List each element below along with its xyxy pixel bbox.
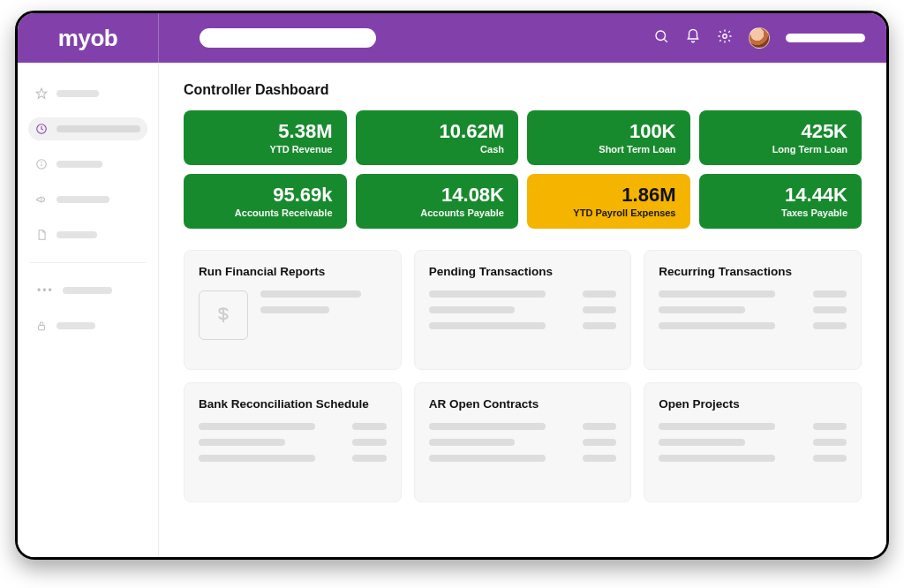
dollar-document-icon (199, 290, 248, 340)
kpi-card[interactable]: 5.38MYTD Revenue (184, 110, 347, 165)
panel-title: Bank Reconciliation Schedule (199, 397, 387, 411)
kpi-value: 14.44K (710, 185, 848, 205)
brand-cell: myob (18, 13, 159, 63)
skeleton-line (199, 455, 315, 462)
panel-body (199, 290, 387, 340)
sidebar-item-more[interactable]: ••• (28, 279, 147, 302)
sidebar-item-security[interactable] (28, 314, 147, 337)
svg-point-0 (656, 31, 666, 41)
skeleton-line (199, 423, 315, 430)
kpi-value: 5.38M (194, 121, 333, 141)
page-title: Controller Dashboard (184, 82, 862, 98)
kpi-label: Taxes Payable (710, 207, 848, 218)
kpi-card[interactable]: 10.62MCash (356, 110, 519, 165)
skeleton-column (429, 290, 617, 329)
skeleton-row (659, 290, 847, 298)
skeleton-column (199, 423, 387, 462)
panel[interactable]: Open Projects (644, 382, 862, 502)
kpi-card[interactable]: 425KLong Term Loan (699, 110, 863, 165)
skeleton-row (659, 423, 847, 430)
panel[interactable]: Pending Transactions (414, 250, 632, 370)
kpi-card[interactable]: 95.69kAccounts Receivable (184, 174, 347, 229)
skeleton-line (260, 306, 329, 313)
kpi-card[interactable]: 1.86MYTD Payroll Expenses (527, 174, 690, 229)
kpi-value: 1.86M (538, 185, 676, 205)
panel-title: Recurring Transactions (659, 265, 847, 278)
sidebar: ••• (18, 63, 159, 557)
skeleton-line (659, 439, 745, 446)
sidebar-item-documents[interactable] (28, 223, 147, 246)
sidebar-item-announcements[interactable] (28, 188, 147, 211)
panel-title: Run Financial Reports (199, 265, 387, 278)
bell-icon[interactable] (685, 28, 701, 48)
kpi-label: Cash (366, 144, 505, 155)
skeleton-line (352, 455, 386, 462)
skeleton-line (429, 455, 546, 462)
skeleton-row (429, 322, 617, 329)
search-icon[interactable] (653, 28, 669, 48)
sidebar-item-label (56, 196, 109, 203)
svg-point-7 (41, 162, 42, 162)
skeleton-line (583, 439, 616, 446)
skeleton-line (813, 322, 847, 329)
skeleton-line (659, 423, 775, 430)
skeleton-row (659, 322, 847, 329)
sidebar-item-info[interactable] (28, 153, 147, 176)
sidebar-item-label (63, 287, 112, 294)
skeleton-line (813, 455, 847, 462)
skeleton-line (659, 455, 775, 462)
panels-grid: Run Financial ReportsPending Transaction… (184, 250, 862, 502)
skeleton-line (429, 322, 546, 329)
kpi-card[interactable]: 100KShort Term Loan (527, 110, 690, 165)
skeleton-line (429, 306, 516, 313)
kpi-label: Accounts Payable (366, 207, 505, 218)
panel[interactable]: Recurring Transactions (644, 250, 862, 370)
skeleton-column (659, 290, 847, 329)
skeleton-row (659, 455, 847, 462)
kpi-value: 10.62M (366, 121, 505, 141)
skeleton-line (813, 423, 847, 430)
panel-body (199, 423, 387, 462)
gear-icon[interactable] (717, 28, 733, 48)
topbar: myob (18, 13, 886, 63)
skeleton-line (429, 290, 546, 298)
avatar[interactable] (749, 27, 770, 49)
skeleton-row (199, 423, 387, 430)
kpi-label: Short Term Loan (538, 144, 676, 155)
sidebar-item-favorites[interactable] (28, 82, 147, 105)
skeleton-line (659, 306, 745, 313)
kpi-value: 95.69k (194, 185, 333, 205)
sidebar-item-recent[interactable] (28, 117, 147, 140)
sidebar-item-label (56, 90, 99, 97)
skeleton-column (659, 423, 847, 462)
skeleton-line (813, 439, 847, 446)
panel[interactable]: Run Financial Reports (184, 250, 402, 370)
panel-body (659, 423, 847, 462)
info-icon (35, 158, 48, 170)
panel[interactable]: Bank Reconciliation Schedule (184, 382, 402, 502)
skeleton-row (199, 455, 387, 462)
app-body: ••• Controller Dashboard 5.38MYTD Revenu… (18, 63, 886, 557)
kpi-card[interactable]: 14.44KTaxes Payable (699, 174, 863, 229)
skeleton-line (429, 439, 516, 446)
panel-title: AR Open Contracts (429, 397, 617, 411)
sidebar-item-label (56, 322, 95, 329)
skeleton-line (352, 439, 386, 446)
skeleton-row (429, 423, 617, 430)
brand-logo: myob (58, 25, 117, 52)
skeleton-row (429, 290, 617, 298)
skeleton-row (429, 455, 617, 462)
skeleton-row (199, 439, 387, 446)
panel[interactable]: AR Open Contracts (414, 382, 632, 502)
skeleton-row (429, 306, 617, 313)
kpi-card[interactable]: 14.08KAccounts Payable (356, 174, 519, 229)
panel-body (429, 423, 617, 462)
skeleton-row (429, 439, 617, 446)
skeleton-line (659, 322, 775, 329)
clock-icon (35, 123, 48, 135)
skeleton-line (583, 423, 616, 430)
kpi-label: Long Term Loan (710, 144, 848, 155)
skeleton-line (260, 290, 361, 298)
search-input[interactable] (200, 28, 376, 48)
skeleton-line (659, 290, 775, 298)
